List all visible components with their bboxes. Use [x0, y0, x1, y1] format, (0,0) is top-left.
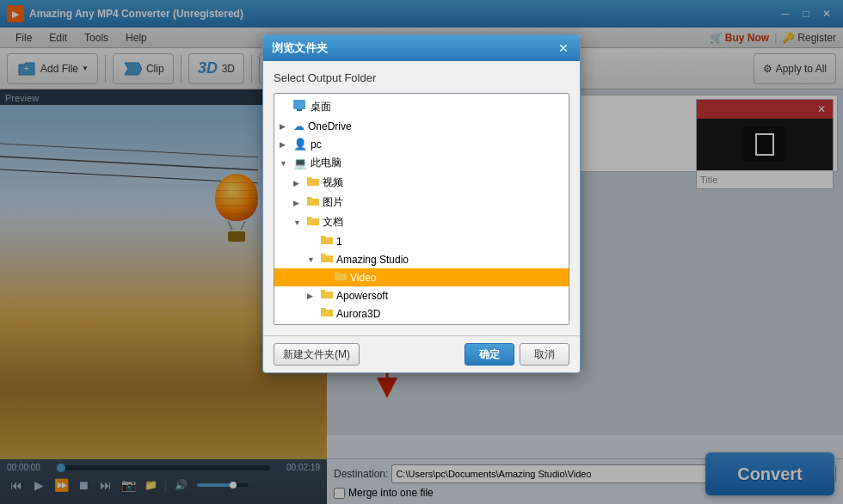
folder-icon: 👤: [293, 138, 307, 151]
modal-overlay: 浏览文件夹 ✕ Select Output Folder 桌面▶☁OneDriv…: [0, 0, 843, 504]
tree-item[interactable]: ▶图片: [274, 193, 569, 212]
folder-icon: [293, 100, 307, 114]
tree-item[interactable]: Avdshare Audio Converter: [274, 323, 569, 325]
tree-item[interactable]: ▶视频: [274, 173, 569, 193]
folder-icon: [321, 289, 333, 302]
modal-close-button[interactable]: ✕: [556, 40, 571, 56]
tree-item-label: 此电脑: [311, 156, 342, 170]
tree-item-label: 桌面: [311, 100, 331, 114]
tree-expand-icon: ▶: [307, 292, 317, 300]
tree-item-label: OneDrive: [308, 120, 352, 132]
folder-icon: [321, 253, 333, 266]
folder-icon: [307, 196, 319, 209]
folder-icon: [307, 176, 319, 189]
modal-body: Select Output Folder 桌面▶☁OneDrive▶👤pc▼💻此…: [263, 61, 580, 335]
confirm-button[interactable]: 确定: [465, 343, 514, 366]
tree-item[interactable]: ▶👤pc: [274, 135, 569, 153]
tree-item[interactable]: Video: [274, 268, 569, 286]
tree-item-label: 文档: [323, 215, 343, 230]
tree-item[interactable]: ▶Apowersoft: [274, 286, 569, 304]
tree-expand-icon: ▼: [307, 255, 317, 264]
tree-item-label: pc: [311, 138, 322, 151]
folder-icon: [335, 271, 347, 284]
tree-item-label: 图片: [323, 195, 343, 210]
folder-icon: [321, 235, 333, 248]
new-folder-button[interactable]: 新建文件夹(M): [274, 343, 360, 366]
folder-icon: [307, 216, 319, 229]
tree-item-label: Aurora3D: [336, 308, 380, 320]
tree-item[interactable]: 桌面: [274, 97, 569, 117]
tree-expand-icon: ▶: [293, 179, 304, 187]
folder-tree[interactable]: 桌面▶☁OneDrive▶👤pc▼💻此电脑▶视频▶图片▼文档1▼Amazing …: [274, 93, 569, 325]
modal-title-bar: 浏览文件夹 ✕: [263, 35, 580, 61]
svg-rect-17: [293, 100, 305, 109]
cancel-button[interactable]: 取消: [520, 343, 569, 366]
tree-item[interactable]: 1: [274, 232, 569, 250]
tree-item[interactable]: ▼Amazing Studio: [274, 250, 569, 268]
folder-icon: 💻: [293, 157, 307, 169]
tree-item-label: 1: [336, 236, 342, 248]
tree-expand-icon: ▶: [280, 140, 290, 149]
svg-rect-18: [297, 109, 302, 111]
modal-footer: 新建文件夹(M) 确定 取消: [263, 335, 580, 372]
tree-item[interactable]: ▼文档: [274, 212, 569, 232]
tree-expand-icon: ▶: [280, 122, 290, 131]
tree-expand-icon: ▶: [293, 199, 304, 207]
tree-item[interactable]: ▶☁OneDrive: [274, 117, 569, 135]
tree-item[interactable]: Aurora3D: [274, 304, 569, 323]
modal-subtitle: Select Output Folder: [274, 71, 569, 84]
tree-item-label: Video: [350, 272, 376, 284]
folder-browser-dialog: 浏览文件夹 ✕ Select Output Folder 桌面▶☁OneDriv…: [262, 34, 581, 373]
tree-item-label: Amazing Studio: [336, 254, 409, 266]
modal-title: 浏览文件夹: [272, 40, 328, 56]
folder-icon: ☁: [293, 120, 305, 132]
folder-icon: [321, 307, 333, 320]
tree-expand-icon: ▼: [280, 159, 290, 168]
tree-item[interactable]: ▼💻此电脑: [274, 153, 569, 173]
tree-item-label: 视频: [323, 175, 343, 190]
tree-item-label: Apowersoft: [336, 290, 388, 302]
tree-expand-icon: ▼: [293, 218, 304, 227]
